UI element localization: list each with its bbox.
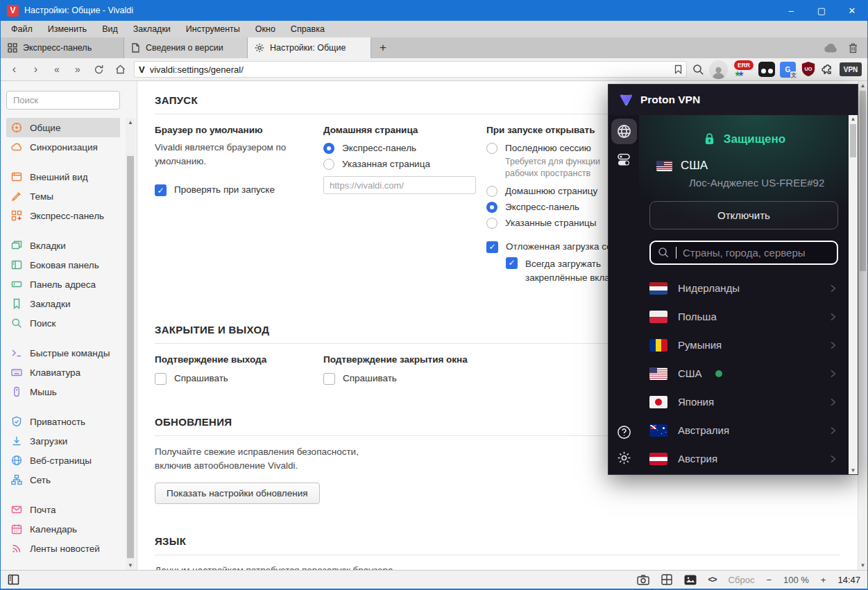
extension-dark-icon[interactable]: [758, 62, 775, 77]
zoom-out-button[interactable]: −: [766, 575, 772, 585]
sidebar-item-calendar[interactable]: Календарь: [6, 519, 120, 539]
profile-avatar[interactable]: [709, 60, 728, 79]
load-pinned-checkbox[interactable]: ✓: [506, 257, 518, 269]
sidebar-item-speed-dial[interactable]: Экспресс-панель: [6, 206, 120, 225]
scroll-up-icon[interactable]: ▲: [858, 83, 867, 89]
sidebar-item-mail[interactable]: Почта: [6, 500, 120, 519]
sidebar-item-mouse[interactable]: Мышь: [6, 382, 120, 401]
tiling-icon[interactable]: [661, 574, 672, 585]
ublock-extension-icon[interactable]: UO: [801, 61, 816, 78]
forward-icon[interactable]: ›: [25, 60, 46, 78]
sidebar-item-network[interactable]: Сеть: [6, 470, 120, 489]
menu-tools[interactable]: Инструменты: [178, 21, 248, 37]
sidebar-item-general[interactable]: Общие: [6, 118, 120, 137]
sidebar-scrollbar[interactable]: ▲ ▼: [126, 118, 135, 570]
help-icon[interactable]: [616, 424, 632, 440]
capture-camera-icon[interactable]: [637, 575, 649, 585]
sidebar-item-keyboard[interactable]: Клавиатура: [6, 363, 120, 382]
menu-window[interactable]: Окно: [248, 21, 283, 37]
scroll-down-icon[interactable]: ▼: [126, 562, 135, 569]
tab-speed-dial[interactable]: Экспресс-панель: [1, 37, 124, 58]
sync-cloud-icon[interactable]: [824, 43, 837, 53]
menu-edit[interactable]: Изменить: [40, 21, 94, 37]
scrollbar-thumb[interactable]: [850, 124, 856, 157]
page-actions-image-icon[interactable]: [684, 575, 697, 585]
code-icon[interactable]: <>: [708, 575, 717, 584]
menu-file[interactable]: Файл: [3, 21, 40, 37]
url-field[interactable]: V vivaldi:settings/general/: [134, 61, 687, 78]
zoom-reset-button[interactable]: Сброс: [729, 575, 755, 585]
country-row-austria[interactable]: Австрия: [649, 444, 838, 473]
sidebar-item-feeds[interactable]: Ленты новостей: [6, 539, 120, 558]
fast-forward-icon[interactable]: »: [67, 60, 88, 78]
open-speed-dial-radio[interactable]: [486, 202, 497, 213]
homepage-url-input[interactable]: [323, 176, 476, 194]
sidebar-item-tabs[interactable]: Вкладки: [6, 236, 120, 255]
sidebar-item-quick-commands[interactable]: Быстрые команды: [6, 343, 120, 363]
sidebar-item-appearance[interactable]: Внешний вид: [6, 167, 120, 186]
menu-help[interactable]: Справка: [283, 21, 332, 37]
disconnect-button[interactable]: Отключить: [649, 201, 838, 229]
country-row-japan[interactable]: Япония: [649, 388, 838, 416]
new-tab-button[interactable]: +: [371, 37, 395, 58]
scrollbar-thumb[interactable]: [127, 156, 134, 558]
scroll-down-icon[interactable]: ▼: [849, 467, 858, 474]
zoom-in-button[interactable]: +: [821, 575, 826, 585]
sidebar-item-webpages[interactable]: Веб-страницы: [6, 451, 120, 470]
extensions-puzzle-icon[interactable]: [821, 62, 835, 76]
sidebar-item-address-bar[interactable]: Панель адреса: [6, 275, 120, 294]
tab-about-version[interactable]: Сведения о версии: [124, 37, 248, 58]
back-icon[interactable]: ‹: [3, 60, 25, 78]
lazy-load-checkbox[interactable]: ✓: [486, 241, 498, 253]
country-row-poland[interactable]: Польша: [649, 302, 838, 331]
tab-settings-general[interactable]: Настройки: Общие: [248, 37, 371, 58]
vpn-search-field[interactable]: Страны, города, серверы: [649, 241, 838, 265]
menu-bookmarks[interactable]: Закладки: [126, 21, 178, 37]
specific-pages-radio[interactable]: [486, 218, 497, 229]
vpn-scrollbar[interactable]: ▲ ▼: [849, 115, 858, 474]
check-on-startup-checkbox[interactable]: ✓: [155, 184, 167, 196]
minimize-button[interactable]: –: [776, 0, 806, 21]
country-row-netherlands[interactable]: Нидерланды: [649, 274, 838, 302]
vpn-extension-button[interactable]: VPN: [840, 62, 862, 76]
sidebar-item-search[interactable]: Поиск: [6, 313, 120, 333]
sidebar-item-bookmarks[interactable]: Закладки: [6, 294, 120, 313]
settings-search-input[interactable]: [6, 91, 120, 110]
translate-extension-icon[interactable]: G: [780, 62, 796, 78]
scroll-down-icon[interactable]: ▼: [858, 562, 867, 569]
sidebar-item-panel[interactable]: Боковая панель: [6, 255, 120, 275]
show-update-settings-button[interactable]: Показать настройки обновления: [155, 483, 320, 504]
window-close-checkbox[interactable]: [323, 373, 335, 385]
sidebar-item-privacy[interactable]: Приватность: [6, 412, 120, 431]
country-row-romania[interactable]: Румыния: [649, 331, 838, 359]
menu-view[interactable]: Вид: [94, 21, 126, 37]
extension-error-button[interactable]: ★★ ERR: [733, 60, 754, 78]
vpn-tab-connection[interactable]: [611, 119, 637, 144]
settings-gear-icon[interactable]: [616, 450, 632, 466]
sidebar-item-downloads[interactable]: Загрузки: [6, 431, 120, 451]
home-icon[interactable]: [110, 60, 131, 78]
url-text[interactable]: vivaldi:settings/general/: [150, 64, 674, 75]
exit-confirm-checkbox[interactable]: [155, 373, 167, 385]
vpn-tab-settings-toggles[interactable]: [615, 151, 632, 168]
search-icon[interactable]: [692, 64, 704, 76]
scrollbar-thumb[interactable]: [860, 91, 866, 271]
rewind-icon[interactable]: «: [46, 60, 67, 78]
scroll-up-icon[interactable]: ▲: [849, 116, 858, 122]
reload-icon[interactable]: [88, 60, 110, 78]
open-homepage-radio[interactable]: [486, 186, 497, 197]
scroll-up-icon[interactable]: ▲: [126, 119, 135, 125]
sidebar-item-themes[interactable]: Темы: [6, 186, 120, 206]
close-button[interactable]: ✕: [837, 0, 867, 21]
page-scrollbar[interactable]: ▲ ▼: [858, 81, 867, 570]
panel-toggle-icon[interactable]: [8, 574, 19, 585]
bookmark-icon[interactable]: [674, 64, 682, 74]
maximize-button[interactable]: ▢: [806, 0, 837, 21]
last-session-radio[interactable]: [486, 143, 497, 154]
country-row-australia[interactable]: Австралия: [649, 416, 838, 444]
country-row-usa[interactable]: США: [649, 359, 838, 388]
sidebar-item-sync[interactable]: Синхронизация: [6, 137, 120, 157]
trash-icon[interactable]: [849, 43, 858, 53]
homepage-speed-dial-radio[interactable]: [323, 143, 334, 154]
homepage-specific-radio[interactable]: [323, 159, 334, 170]
